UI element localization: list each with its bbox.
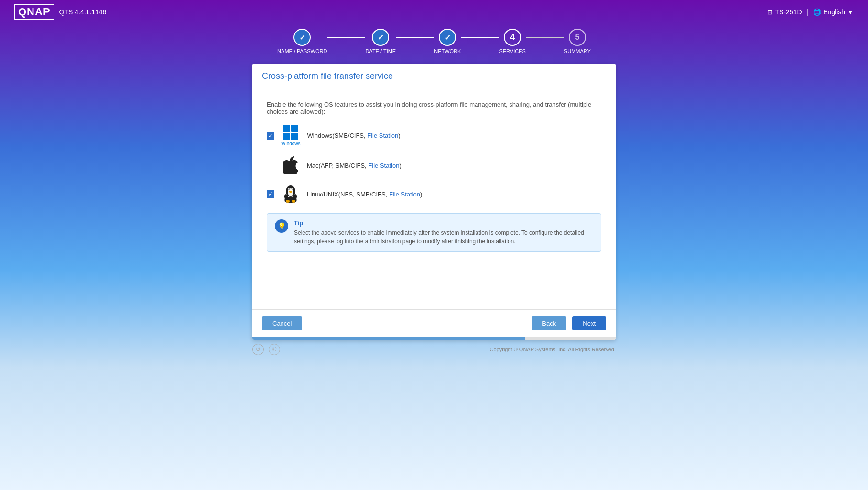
tip-box: 💡 Tip Select the above services to enabl…	[267, 213, 601, 252]
device-label: TS-251D	[775, 8, 802, 16]
step-2-label: DATE / TIME	[365, 48, 396, 54]
windows-text-main: Windows(SMB/CIFS,	[307, 132, 368, 139]
header: QNAP QTS 4.4.1.1146 ⊞ TS-251D | 🌐 Englis…	[0, 0, 868, 24]
svg-point-10	[292, 200, 295, 203]
device-name: ⊞ TS-251D	[767, 8, 802, 16]
connector-2-3	[396, 37, 434, 38]
step-3-label: NETWORK	[434, 48, 461, 54]
reload-icon[interactable]: ↺	[252, 344, 264, 355]
linux-icon	[281, 185, 300, 204]
windows-file-station: File Station	[367, 132, 398, 139]
linux-option-label: Linux/UNIX(NFS, SMB/CIFS, File Station)	[307, 191, 422, 198]
apple-icon	[281, 156, 300, 175]
description: Enable the following OS features to assi…	[267, 101, 601, 115]
windows-label: Windows	[281, 141, 301, 146]
tip-icon: 💡	[275, 219, 288, 233]
header-right: ⊞ TS-251D | 🌐 English ▼	[767, 8, 854, 16]
svg-point-4	[289, 189, 290, 190]
separator: |	[807, 8, 809, 16]
cancel-button[interactable]: Cancel	[262, 316, 302, 330]
connector-3-4	[461, 37, 499, 38]
connector-1-2	[327, 37, 365, 38]
connector-4-5	[526, 37, 564, 38]
language-label: English	[823, 8, 845, 16]
step-4: 4 SERVICES	[499, 29, 525, 54]
step-2-circle: ✓	[372, 29, 389, 46]
server-icon: ⊞	[767, 8, 773, 16]
tip-text-2: the administration page to modify after …	[356, 238, 516, 245]
footer: Cancel Back Next	[252, 309, 616, 337]
step-1: ✓ NAME / PASSWORD	[277, 29, 327, 54]
step-1-label: NAME / PASSWORD	[277, 48, 327, 54]
page-title: Cross-platform file transfer service	[252, 64, 616, 89]
next-button[interactable]: Next	[572, 316, 606, 330]
page-content: Enable the following OS features to assi…	[252, 89, 616, 309]
mac-text-main: Mac(AFP, SMB/CIFS,	[307, 162, 368, 169]
progress-bar-area	[252, 337, 616, 340]
language-selector[interactable]: 🌐 English ▼	[813, 8, 854, 16]
tip-title: Tip	[294, 219, 593, 227]
option-mac: Mac(AFP, SMB/CIFS, File Station)	[267, 156, 601, 175]
mac-text-end: )	[399, 162, 401, 169]
linux-text-end: )	[420, 191, 422, 198]
step-4-label: SERVICES	[499, 48, 525, 54]
step-4-circle: 4	[504, 29, 521, 46]
step-3-circle: ✓	[439, 29, 456, 46]
mac-file-station: File Station	[368, 162, 399, 169]
step-1-circle: ✓	[293, 29, 311, 46]
svg-point-6	[289, 191, 292, 193]
back-button[interactable]: Back	[532, 316, 566, 330]
bottom-bar: ↺ © Copyright © QNAP Systems, Inc. All R…	[252, 344, 616, 355]
qnap-logo: QNAP	[14, 4, 54, 20]
step-5: 5 SUMMARY	[564, 29, 591, 54]
main-container: Cross-platform file transfer service Ena…	[252, 64, 616, 340]
step-5-circle: 5	[569, 29, 586, 46]
step-2: ✓ DATE / TIME	[365, 29, 396, 54]
linux-checkbox[interactable]	[267, 190, 274, 198]
step-5-label: SUMMARY	[564, 48, 591, 54]
windows-text-end: )	[398, 132, 400, 139]
step-3: ✓ NETWORK	[434, 29, 461, 54]
copyright-icon[interactable]: ©	[269, 344, 280, 355]
bottom-icons: ↺ ©	[252, 344, 280, 355]
tip-text: Select the above services to enable imme…	[294, 229, 593, 246]
mac-option-label: Mac(AFP, SMB/CIFS, File Station)	[307, 162, 401, 169]
stepper: ✓ NAME / PASSWORD ✓ DATE / TIME ✓ NETWOR…	[0, 29, 868, 54]
tip-content: Tip Select the above services to enable …	[294, 219, 593, 246]
windows-option-label: Windows(SMB/CIFS, File Station)	[307, 132, 401, 139]
footer-right: Back Next	[532, 316, 606, 330]
logo-area: QNAP QTS 4.4.1.1146	[14, 4, 106, 20]
copyright: Copyright © QNAP Systems, Inc. All Right…	[490, 347, 616, 352]
windows-checkbox[interactable]	[267, 132, 274, 140]
linux-file-station: File Station	[389, 191, 420, 198]
windows-icon-wrap: Windows	[281, 125, 301, 146]
qts-version: QTS 4.4.1.1146	[59, 8, 107, 16]
svg-point-5	[293, 189, 293, 190]
svg-point-9	[286, 200, 290, 203]
windows-icon	[283, 125, 298, 140]
progress-bar-fill	[252, 337, 525, 340]
chevron-down-icon: ▼	[847, 8, 854, 16]
linux-text-main: Linux/UNIX(NFS, SMB/CIFS,	[307, 191, 389, 198]
mac-checkbox[interactable]	[267, 162, 274, 169]
globe-icon: 🌐	[813, 8, 821, 16]
option-windows: Windows Windows(SMB/CIFS, File Station)	[267, 125, 601, 146]
option-linux: Linux/UNIX(NFS, SMB/CIFS, File Station)	[267, 185, 601, 204]
